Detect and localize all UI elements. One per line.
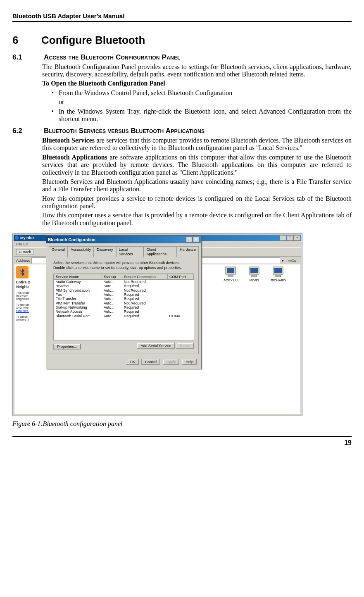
table-cell (168, 293, 194, 297)
table-cell: Required (122, 297, 168, 301)
sidebar: Entire B Neighb This folder Bluetooth ne… (14, 264, 50, 414)
paragraph: Bluetooth Services are services that thi… (42, 137, 352, 152)
dialog-title: Bluetooth Configuration (48, 238, 95, 243)
text: neighborh (16, 297, 48, 301)
column-header[interactable]: COM Port (168, 274, 194, 279)
device-item[interactable]: MOR5 (247, 266, 261, 282)
computer-icon (271, 266, 285, 278)
table-row[interactable]: PIM SynchronizationAuto...Not Required (54, 288, 194, 293)
table-cell: Not Required (122, 301, 168, 305)
close-icon[interactable]: × (193, 237, 200, 243)
minimize-icon[interactable]: _ (280, 235, 286, 241)
device-label: MOR5 (250, 278, 259, 282)
table-row[interactable]: PIM Item TransferAuto...Not Required (54, 301, 194, 305)
paragraph: Bluetooth Services and Bluetooth Applica… (42, 178, 352, 193)
ok-button[interactable]: OK (126, 359, 139, 365)
table-cell: Auto... (102, 293, 122, 297)
tab-hardware[interactable]: Hardware (177, 246, 199, 257)
chapter-number: 6 (12, 34, 41, 47)
back-label: Back (23, 250, 31, 254)
dialog-buttons: OK Cancel Apply Help (46, 357, 201, 369)
section-title: Bluetooth Services versus Bluetooth Appl… (44, 127, 205, 135)
tab-panel: Select the services that this computer w… (49, 257, 199, 354)
screenshot: 🔵My Blue _ □ × File Ed ⇦ Back Address ▾ … (12, 233, 302, 416)
services-table[interactable]: Service Name Startup Secure Connection C… (53, 274, 194, 340)
table-row[interactable]: Network AccessAuto...Required (54, 309, 194, 314)
table-cell: PIM Item Transfer (54, 301, 102, 305)
table-cell: Fax (54, 293, 102, 297)
table-cell: Auto... (102, 288, 122, 293)
properties-button[interactable]: Properties... (53, 344, 81, 350)
maximize-icon[interactable]: □ (287, 235, 293, 241)
svg-rect-1 (227, 268, 234, 273)
sidebar-text: This folder Bluetooth neighborh (16, 291, 48, 301)
figure-caption: Figure 6-1:Bluetooth configuration panel (12, 420, 352, 428)
chapter-title: Configure Bluetooth (41, 34, 145, 46)
close-icon[interactable]: × (294, 235, 300, 241)
paragraph: Bluetooth Applications are software appl… (42, 154, 352, 176)
section-heading: 6.1 Access the Bluetooth Configuration P… (12, 53, 352, 62)
section-number: 6.2 (12, 127, 42, 135)
table-cell: Auto... (102, 284, 122, 288)
table-cell (168, 279, 194, 284)
table-row[interactable]: Audio GatewayAuto...Not Required (54, 279, 194, 284)
device-label: RICHARD (271, 278, 285, 282)
computer-icon (224, 266, 237, 278)
sidebar-title: Neighb (16, 285, 48, 289)
add-serial-service-button[interactable]: Add Serial Service (137, 343, 175, 349)
svg-rect-2 (228, 275, 233, 277)
cancel-button[interactable]: Cancel (141, 359, 160, 365)
table-cell: Auto... (102, 297, 122, 301)
column-header[interactable]: Service Name (54, 274, 102, 279)
tab-client-applications[interactable]: Client Applications (143, 246, 177, 257)
delete-button[interactable]: Delete (176, 343, 194, 349)
section-title: Access the Bluetooth Configuration Panel (44, 53, 181, 61)
instruction-text: Double-click a service name to set its s… (53, 266, 194, 270)
instruction-text: Select the services that this computer w… (53, 261, 194, 265)
paragraph: The Bluetooth Configuration Panel provid… (42, 63, 352, 78)
table-cell (168, 309, 194, 314)
table-cell: Network Access (54, 309, 102, 314)
list-item: In the Windows System Tray, right-click … (59, 108, 352, 123)
text: devices, p (16, 319, 48, 322)
dialog-bluetooth-configuration: Bluetooth Configuration ? × General Acce… (46, 235, 202, 369)
page-number: 19 (12, 436, 352, 447)
go-label: Go (291, 259, 296, 263)
table-row[interactable]: Bluetooth Serial PortAuto...RequiredCOM4 (54, 314, 194, 318)
window-title: My Blue (20, 236, 35, 240)
dropdown-icon[interactable]: ▾ (282, 259, 284, 263)
table-row[interactable]: Dial-up NetworkingAuto...Required (54, 305, 194, 309)
text: This folder (16, 291, 48, 295)
apply-button[interactable]: Apply (163, 359, 180, 365)
column-header[interactable]: Secure Connection (122, 274, 168, 279)
help-icon[interactable]: ? (186, 237, 193, 243)
sidebar-link[interactable]: click here. (16, 309, 29, 312)
table-cell: Audio Gateway (54, 279, 102, 284)
table-cell: Auto... (102, 305, 122, 309)
column-header[interactable]: Startup (102, 274, 122, 279)
text: To cancel (16, 315, 48, 319)
table-cell (168, 305, 194, 309)
sidebar-title: Entire B (16, 280, 48, 284)
tab-accessibility[interactable]: Accessibility (68, 246, 94, 257)
table-cell: Dial-up Networking (54, 305, 102, 309)
device-label: ACKY LU (224, 278, 238, 282)
figure: 🔵My Blue _ □ × File Ed ⇦ Back Address ▾ … (12, 233, 352, 428)
table-row[interactable]: File TransferAuto...Required (54, 297, 194, 301)
back-button[interactable]: ⇦ Back (16, 249, 33, 255)
tab-general[interactable]: General (49, 246, 68, 257)
go-button[interactable]: ⇨Go (285, 259, 299, 263)
text: or to refre (16, 307, 48, 310)
table-row[interactable]: HeadsetAuto...Required (54, 284, 194, 288)
table-cell: Required (122, 305, 168, 309)
device-item[interactable]: ACKY LU (224, 266, 238, 282)
table-row[interactable]: FaxAuto...Required (54, 293, 194, 297)
sidebar-text: To find oth or to refre click here. (16, 303, 48, 313)
help-button[interactable]: Help (182, 359, 197, 365)
tab-discovery[interactable]: Discovery (94, 246, 116, 257)
section-heading: 6.2 Bluetooth Services versus Bluetooth … (12, 127, 352, 135)
table-cell: COM4 (168, 314, 194, 318)
window-icon: 🔵 (14, 236, 19, 240)
device-item[interactable]: RICHARD (271, 266, 285, 282)
tab-local-services[interactable]: Local Services (116, 246, 144, 257)
